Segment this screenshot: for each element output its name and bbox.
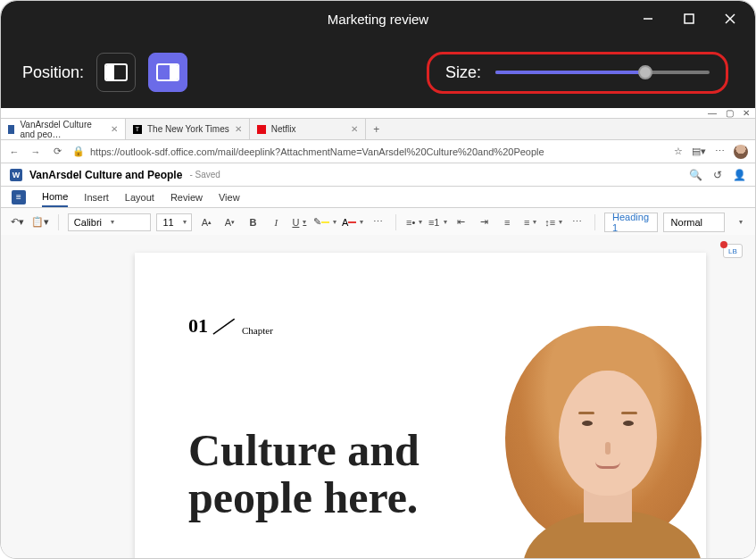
new-tab-button[interactable]: + <box>366 119 387 139</box>
favorite-icon[interactable]: ☆ <box>674 146 683 157</box>
browser-tab[interactable]: Netflix ✕ <box>250 119 366 139</box>
window-controls <box>632 1 746 37</box>
line-spacing-button[interactable]: ↕≡▾ <box>544 213 562 231</box>
save-status: - Saved <box>189 170 220 179</box>
font-family-select[interactable]: Calibri▾ <box>68 213 152 231</box>
window-title: Marketing review <box>328 12 428 27</box>
word-logo-icon: W <box>10 169 22 181</box>
font-size-select[interactable]: 11▾ <box>156 213 192 231</box>
tab-insert[interactable]: Insert <box>84 188 109 206</box>
back-button[interactable]: ← <box>8 146 21 158</box>
highlight-button[interactable]: ✎▾ <box>313 213 336 231</box>
forward-button[interactable]: → <box>29 146 42 158</box>
slider-fill <box>495 71 645 74</box>
font-color-button[interactable]: A▾ <box>342 213 363 231</box>
numbering-button[interactable]: ≡1▾ <box>428 213 446 231</box>
history-icon[interactable]: ↺ <box>713 169 722 181</box>
browser-tabs: VanArsdel Culture and peo… ✕ T The New Y… <box>1 119 755 140</box>
url-text: https://outlook-sdf.office.com/mail/deep… <box>90 146 544 157</box>
maximize-button[interactable] <box>673 5 705 32</box>
browser-tab[interactable]: T The New York Times ✕ <box>126 119 250 139</box>
size-slider[interactable] <box>495 63 710 81</box>
tab-title: VanArsdel Culture and peo… <box>20 120 105 139</box>
dock-left-icon <box>104 63 128 81</box>
tab-close-icon[interactable]: ✕ <box>235 124 242 134</box>
increase-indent-button[interactable]: ⇥ <box>475 213 493 231</box>
inner-close-icon[interactable]: ✕ <box>743 108 750 118</box>
bold-button[interactable]: B <box>244 213 262 231</box>
bullets-button[interactable]: ≡•▾ <box>405 213 423 231</box>
size-label: Size: <box>445 63 481 82</box>
nyt-favicon-icon: T <box>133 125 142 134</box>
browser-tab[interactable]: VanArsdel Culture and peo… ✕ <box>1 119 126 139</box>
inner-minimize-icon[interactable]: — <box>708 108 717 118</box>
refresh-button[interactable]: ⟳ <box>51 146 63 158</box>
align-left-button[interactable]: ≡ <box>498 213 516 231</box>
position-left-button[interactable] <box>96 53 136 92</box>
position-label: Position: <box>22 63 84 82</box>
more-paragraph-button[interactable]: ⋯ <box>568 213 586 231</box>
close-button[interactable] <box>714 5 746 32</box>
style-normal[interactable]: Normal <box>663 213 725 232</box>
tab-title: Netflix <box>271 124 296 134</box>
grow-font-button[interactable]: A▴ <box>197 213 215 231</box>
position-right-button[interactable] <box>148 53 187 92</box>
align-menu-button[interactable]: ≡▾ <box>521 213 539 231</box>
profile-avatar[interactable] <box>734 145 748 159</box>
document-canvas[interactable]: 01 ／ Chapter Culture and people here. <box>1 235 755 558</box>
tab-close-icon[interactable]: ✕ <box>351 124 358 134</box>
person-icon[interactable]: 👤 <box>733 169 746 181</box>
size-control-group: Size: <box>427 52 728 94</box>
tab-close-icon[interactable]: ✕ <box>111 124 118 134</box>
decrease-indent-button[interactable]: ⇤ <box>452 213 469 231</box>
dock-right-icon <box>156 63 179 81</box>
more-font-button[interactable]: ⋯ <box>369 213 386 231</box>
document-name[interactable]: VanArsdel Culture and People <box>29 169 182 181</box>
search-icon[interactable]: 🔍 <box>689 169 702 181</box>
slider-thumb[interactable] <box>638 65 652 79</box>
file-menu-button[interactable]: ≡ <box>12 190 26 204</box>
address-bar[interactable]: 🔒 https://outlook-sdf.office.com/mail/de… <box>72 146 665 157</box>
chapter-number: 01 <box>188 314 208 338</box>
tab-layout[interactable]: Layout <box>125 188 154 206</box>
shrink-font-button[interactable]: A▾ <box>220 213 238 231</box>
italic-button[interactable]: I <box>267 213 285 231</box>
tab-home[interactable]: Home <box>42 188 68 207</box>
svg-rect-1 <box>685 14 694 23</box>
menu-icon[interactable]: ⋯ <box>715 146 725 157</box>
word-favicon-icon <box>8 125 14 134</box>
extensions-icon[interactable]: ▤▾ <box>692 146 706 157</box>
presence-badge[interactable]: LB <box>723 244 743 258</box>
underline-button[interactable]: U▾ <box>290 213 308 231</box>
presence-initials: LB <box>728 247 737 255</box>
person-image <box>469 308 737 558</box>
netflix-favicon-icon <box>257 125 266 134</box>
minimize-button[interactable] <box>632 5 664 32</box>
chapter-label: Chapter <box>242 325 273 336</box>
inner-maximize-icon[interactable]: ▢ <box>726 108 734 118</box>
styles-more-button[interactable]: ▾ <box>730 213 748 231</box>
tab-review[interactable]: Review <box>170 188 203 206</box>
slash-icon: ／ <box>211 308 240 344</box>
inner-window-controls: — ▢ ✕ <box>1 108 755 119</box>
lock-icon: 🔒 <box>72 146 85 157</box>
tab-view[interactable]: View <box>219 188 240 206</box>
paste-button[interactable]: 📋▾ <box>31 213 49 231</box>
undo-button[interactable]: ↶▾ <box>8 213 26 231</box>
style-heading1[interactable]: Heading 1 <box>604 213 658 232</box>
tab-title: The New York Times <box>147 124 229 134</box>
